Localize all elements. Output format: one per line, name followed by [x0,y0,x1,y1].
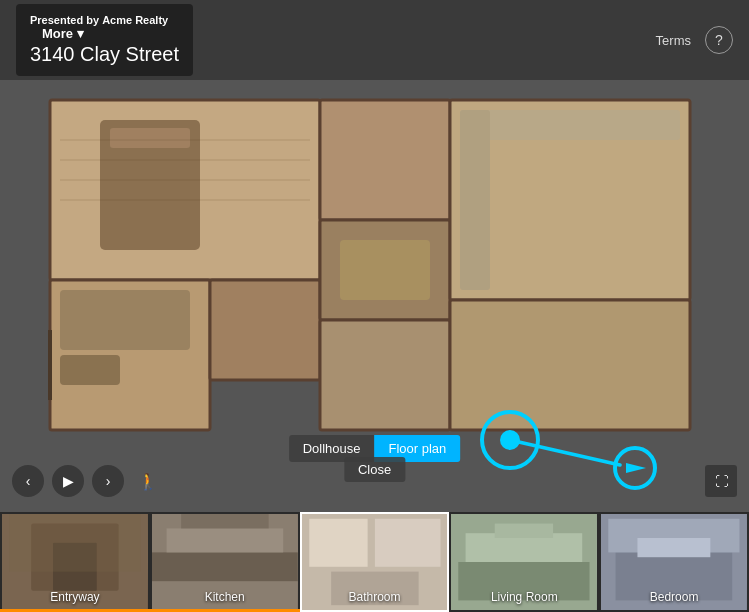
property-address: 3140 Clay Street [30,43,179,66]
nav-play-button[interactable]: ▶ [52,465,84,497]
entryway-label: Entryway [2,590,148,604]
svg-rect-31 [166,528,283,552]
terms-button[interactable]: Terms [656,33,691,48]
svg-rect-10 [60,290,190,350]
svg-rect-12 [460,110,680,140]
company-name: Acme Realty [102,14,168,26]
thumbnail-bathroom[interactable]: Bathroom [300,512,450,612]
chevron-right-icon: › [106,473,111,489]
living-room-label: Living Room [451,590,597,604]
play-icon: ▶ [63,473,74,489]
svg-rect-32 [181,514,268,528]
svg-rect-5 [320,320,450,430]
svg-rect-44 [638,538,711,557]
thumbnail-bedroom[interactable]: Bedroom [599,512,749,612]
presented-by-label: Presented by Acme Realty More ▾ [30,14,179,41]
svg-rect-28 [9,514,140,572]
svg-rect-40 [495,524,553,538]
header: Presented by Acme Realty More ▾ 3140 Cla… [0,0,749,80]
help-button[interactable]: ? [705,26,733,54]
thumbnail-kitchen[interactable]: Kitchen [150,512,300,612]
thumbnail-living-room[interactable]: Living Room [449,512,599,612]
property-info: Presented by Acme Realty More ▾ 3140 Cla… [16,4,193,76]
floorplan-svg [0,80,749,470]
more-button[interactable]: More ▾ [42,26,84,41]
nav-forward-button[interactable]: › [92,465,124,497]
svg-rect-30 [152,552,298,581]
chevron-left-icon: ‹ [26,473,31,489]
svg-rect-14 [340,240,430,300]
svg-rect-7 [450,300,690,430]
svg-rect-9 [110,128,190,148]
person-icon: 🚶 [138,472,158,491]
person-view-button[interactable]: 🚶 [132,465,164,497]
svg-rect-2 [210,280,320,380]
svg-rect-35 [374,519,440,567]
nav-back-button[interactable]: ‹ [12,465,44,497]
bathroom-label: Bathroom [302,590,448,604]
bedroom-label: Bedroom [601,590,747,604]
presented-by-text: Presented by [30,14,99,26]
svg-rect-11 [60,355,120,385]
nav-left-controls: ‹ ▶ › 🚶 [12,465,164,497]
expand-button[interactable]: ⛶ [705,465,737,497]
header-right: Terms ? [656,26,733,54]
svg-rect-34 [309,519,367,567]
thumbnail-entryway[interactable]: Entryway [0,512,150,612]
more-label: More [42,26,73,41]
svg-rect-13 [460,110,490,290]
close-button[interactable]: Close [344,457,405,482]
kitchen-label: Kitchen [152,590,298,604]
thumbnail-strip: Entryway Kitchen Bathroom [0,512,749,612]
svg-rect-3 [320,100,450,220]
expand-icon: ⛶ [715,474,728,489]
chevron-down-icon: ▾ [77,26,84,41]
